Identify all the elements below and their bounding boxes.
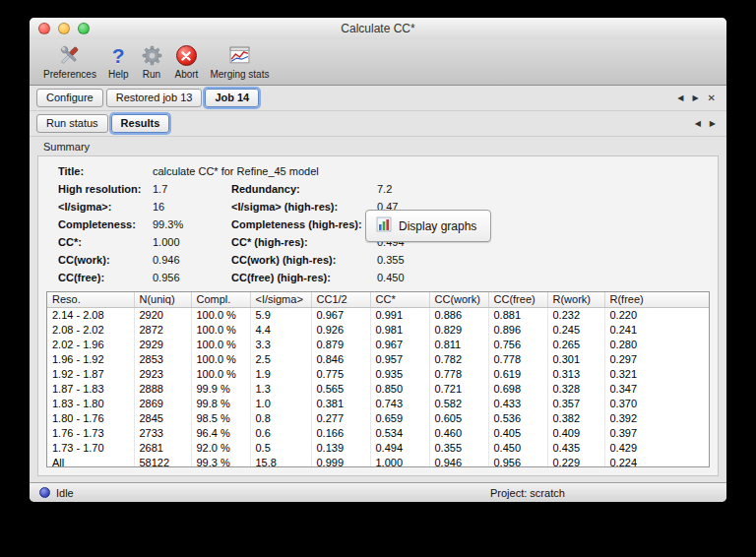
column-header[interactable]: CC(free) bbox=[488, 292, 547, 308]
column-header[interactable]: CC* bbox=[370, 292, 429, 308]
tab-restored-job-13[interactable]: Restored job 13 bbox=[106, 89, 203, 107]
table-cell: 0.297 bbox=[604, 352, 709, 367]
table-cell: 2853 bbox=[134, 352, 191, 367]
table-cell: 0.245 bbox=[547, 323, 604, 338]
subtab-scroll-right-icon[interactable]: ▶ bbox=[710, 119, 716, 128]
column-header[interactable]: CC(work) bbox=[429, 292, 488, 308]
table-cell: 3.3 bbox=[250, 338, 311, 352]
table-row[interactable]: All5812299.3 %15.80.9991.0000.9460.9560.… bbox=[47, 456, 709, 467]
table-cell: 0.967 bbox=[311, 308, 370, 324]
table-cell: 0.494 bbox=[370, 441, 429, 456]
table-cell: 2.08 - 2.02 bbox=[47, 323, 134, 338]
column-header[interactable]: <I/sigma> bbox=[250, 292, 311, 308]
close-window-button[interactable] bbox=[38, 23, 50, 34]
table-cell: 2.5 bbox=[250, 352, 311, 367]
table-row[interactable]: 2.14 - 2.082920100.0 %5.90.9670.9910.886… bbox=[47, 308, 709, 324]
help-button[interactable]: ? Help bbox=[102, 41, 135, 83]
table-cell: 0.659 bbox=[370, 411, 429, 426]
column-header[interactable]: Reso. bbox=[47, 292, 134, 308]
stats-table-wrap[interactable]: Reso.N(uniq)Compl.<I/sigma>CC1/2CC*CC(wo… bbox=[46, 291, 710, 467]
project-label: Project: scratch bbox=[490, 487, 565, 499]
table-row[interactable]: 1.73 - 1.70268192.0 %0.50.1390.4940.3550… bbox=[47, 441, 709, 456]
table-cell: 0.460 bbox=[429, 426, 488, 441]
stats-table-body: 2.14 - 2.082920100.0 %5.90.9670.9910.886… bbox=[47, 308, 709, 468]
table-cell: 1.87 - 1.83 bbox=[47, 382, 134, 397]
table-cell: 0.220 bbox=[604, 308, 709, 324]
summary-stat-value: 0.355 bbox=[377, 254, 718, 266]
summary-stat-value: 16 bbox=[153, 201, 231, 213]
display-graphs-button[interactable]: Display graphs bbox=[365, 210, 491, 242]
column-header[interactable]: Compl. bbox=[191, 292, 250, 308]
table-cell: 1.76 - 1.73 bbox=[47, 426, 134, 441]
table-row[interactable]: 2.02 - 1.962929100.0 %3.30.8790.9670.811… bbox=[47, 338, 709, 352]
tab-scroll-left-icon[interactable]: ◀ bbox=[677, 93, 683, 102]
table-cell: 0.698 bbox=[488, 382, 547, 397]
tab-job-14[interactable]: Job 14 bbox=[205, 89, 259, 107]
tab-results[interactable]: Results bbox=[111, 114, 170, 133]
column-header[interactable]: R(work) bbox=[547, 292, 604, 308]
table-row[interactable]: 1.92 - 1.872923100.0 %1.90.7750.9350.778… bbox=[47, 367, 709, 382]
column-header[interactable]: R(free) bbox=[604, 292, 709, 308]
table-row[interactable]: 1.83 - 1.80286999.8 %1.00.3810.7430.5820… bbox=[47, 397, 709, 411]
table-cell: 0.321 bbox=[604, 367, 709, 382]
result-tab-bar: Run status Results ◀ ▶ bbox=[30, 111, 726, 137]
tab-close-icon[interactable]: ✕ bbox=[708, 93, 716, 103]
table-cell: 99.9 % bbox=[191, 382, 250, 397]
stats-table: Reso.N(uniq)Compl.<I/sigma>CC1/2CC*CC(wo… bbox=[47, 292, 709, 467]
tab-scroll-right-icon[interactable]: ▶ bbox=[692, 93, 698, 102]
table-row[interactable]: 1.80 - 1.76284598.5 %0.80.2770.6590.6050… bbox=[47, 411, 709, 426]
summary-section-label: Summary bbox=[30, 137, 726, 155]
tab-run-status[interactable]: Run status bbox=[36, 114, 108, 133]
subtab-scroll-left-icon[interactable]: ◀ bbox=[695, 119, 701, 128]
table-cell: 0.956 bbox=[488, 456, 547, 467]
summary-stat-label: <I/sigma> (high-res): bbox=[231, 201, 377, 213]
summary-stat-value: 1.000 bbox=[153, 236, 231, 248]
table-cell: 0.565 bbox=[311, 382, 370, 397]
table-cell: 0.991 bbox=[370, 308, 429, 324]
table-cell: 0.957 bbox=[370, 352, 429, 367]
column-header[interactable]: N(uniq) bbox=[134, 292, 191, 308]
abort-x-icon bbox=[176, 42, 197, 69]
toolbar: Preferences ? Help bbox=[30, 39, 726, 86]
table-cell: 0.435 bbox=[547, 441, 604, 456]
table-cell: 0.946 bbox=[429, 456, 488, 467]
summary-stat-value: 1.7 bbox=[153, 183, 231, 195]
zoom-window-button[interactable] bbox=[78, 23, 90, 34]
table-cell: 2.02 - 1.96 bbox=[47, 338, 134, 352]
column-header[interactable]: CC1/2 bbox=[311, 292, 370, 308]
table-cell: 0.301 bbox=[547, 352, 604, 367]
tab-configure[interactable]: Configure bbox=[36, 89, 103, 107]
summary-stat-label: CC*: bbox=[58, 236, 153, 248]
summary-stat-value: 0.450 bbox=[377, 272, 718, 283]
table-cell: 0.778 bbox=[488, 352, 547, 367]
table-cell: 0.397 bbox=[604, 426, 709, 441]
table-cell: 2872 bbox=[134, 323, 191, 338]
summary-stat-value: 0.956 bbox=[153, 272, 231, 283]
table-row[interactable]: 2.08 - 2.022872100.0 %4.40.9260.9810.829… bbox=[47, 323, 709, 338]
table-cell: 0.756 bbox=[488, 338, 547, 352]
table-cell: 1.92 - 1.87 bbox=[47, 367, 134, 382]
summary-stat-label: Completeness (high-res): bbox=[231, 218, 377, 230]
table-cell: 0.846 bbox=[311, 352, 370, 367]
minimize-window-button[interactable] bbox=[58, 23, 70, 34]
table-cell: 15.8 bbox=[250, 456, 311, 467]
table-cell: 100.0 % bbox=[191, 338, 250, 352]
table-cell: 2929 bbox=[134, 338, 191, 352]
table-cell: 0.381 bbox=[311, 397, 370, 411]
merging-stats-button[interactable]: Merging stats bbox=[204, 41, 275, 83]
table-cell: 0.775 bbox=[311, 367, 370, 382]
title-bar[interactable]: Calculate CC* bbox=[30, 18, 726, 39]
table-cell: 2869 bbox=[134, 397, 191, 411]
table-row[interactable]: 1.76 - 1.73273396.4 %0.60.1660.5340.4600… bbox=[47, 426, 709, 441]
table-row[interactable]: 1.87 - 1.83288899.9 %1.30.5650.8500.7210… bbox=[47, 382, 709, 397]
table-row[interactable]: 1.96 - 1.922853100.0 %2.50.8460.9570.782… bbox=[47, 352, 709, 367]
preferences-button[interactable]: Preferences bbox=[37, 41, 102, 83]
run-button[interactable]: Run bbox=[135, 41, 169, 83]
table-cell: 1.9 bbox=[250, 367, 311, 382]
app-window: Calculate CC* Preferences bbox=[30, 18, 726, 502]
summary-stat-label: CC(free): bbox=[58, 272, 153, 283]
abort-button[interactable]: Abort bbox=[169, 41, 205, 83]
table-cell: 5.9 bbox=[250, 308, 311, 324]
table-cell: 0.409 bbox=[547, 426, 604, 441]
table-cell: 2845 bbox=[134, 411, 191, 426]
